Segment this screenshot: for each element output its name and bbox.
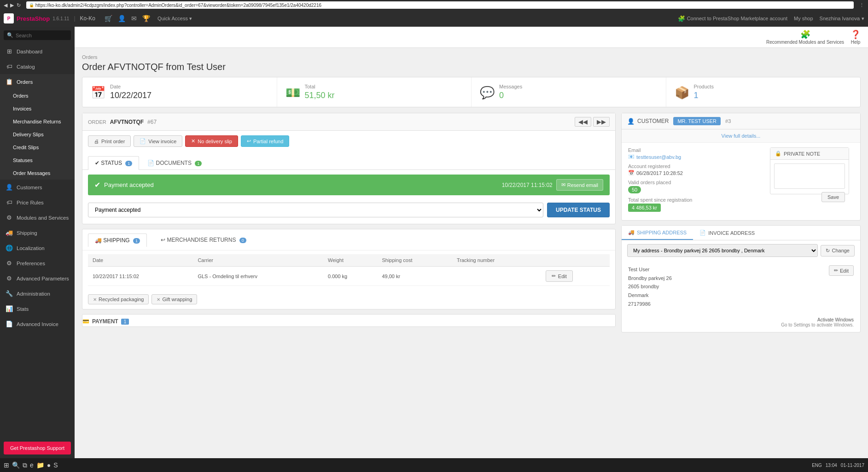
date-label: 01-11-2017 — [841, 463, 864, 468]
payment-icon: 💳 — [82, 318, 89, 325]
sidebar-label-localization: Localization — [17, 245, 45, 251]
mail-icon[interactable]: ✉ — [131, 15, 137, 22]
search-taskbar-icon[interactable]: 🔍 — [12, 461, 20, 469]
partial-refund-btn[interactable]: ↩ Partial refund — [241, 135, 289, 147]
back-btn[interactable]: ◀ — [4, 2, 7, 8]
user-account[interactable]: Snezhina Ivanova ▾ — [820, 16, 864, 22]
private-note-header: 🔒 PRIVATE NOTE — [770, 148, 849, 160]
private-note-textarea[interactable] — [774, 163, 845, 189]
print-icon: 🖨 — [94, 139, 99, 144]
sidebar-item-customers[interactable]: 👤 Customers — [0, 180, 75, 195]
help-button[interactable]: ❓ Help — [851, 29, 861, 45]
lang-label: ENG — [812, 463, 822, 468]
connect-marketplace-link[interactable]: 🧩 Connect to PrestaShop Marketplace acco… — [678, 15, 787, 22]
change-address-btn[interactable]: ↻ Change — [821, 245, 855, 256]
sidebar-sub-item-orders[interactable]: Orders — [0, 89, 75, 102]
payment-count: 1 — [121, 319, 129, 325]
no-delivery-slip-btn[interactable]: ✕ No delivery slip — [185, 135, 238, 147]
content-topbar: 🧩 Recommended Modules and Services ❓ Hel… — [75, 27, 868, 48]
sidebar-sub-item-delivery-slips[interactable]: Delivery Slips — [0, 128, 75, 141]
resend-email-btn[interactable]: ✉ Resend email — [556, 179, 603, 191]
sidebar-label-dashboard: Dashboard — [17, 49, 42, 54]
my-shop-link[interactable]: My shop — [794, 16, 813, 21]
sidebar-sub-item-merch-returns[interactable]: Merchandise Returns — [0, 115, 75, 128]
status-date: 10/22/2017 11:15:02 — [502, 182, 553, 188]
address-panel: 🚚 SHIPPING ADDRESS 📄 INVOICE ADDRESS My … — [621, 225, 861, 332]
task-view-icon[interactable]: ⧉ — [23, 461, 27, 469]
tab-shipping[interactable]: 🚚 SHIPPING 1 — [88, 233, 147, 247]
get-support-button[interactable]: Get Prestashop Support — [4, 442, 71, 455]
sidebar-item-administration[interactable]: 🔧 Administration — [0, 286, 75, 301]
tab-merch-returns[interactable]: ↩ MERCHANDISE RETURNS 0 — [154, 233, 253, 246]
sidebar-label-administration: Administration — [17, 291, 50, 297]
view-full-details-btn[interactable]: View full details... — [622, 129, 860, 143]
row-carrier: GLS - Omdeling til erhverv — [193, 267, 323, 286]
sidebar-sub-item-statuses[interactable]: Statuses — [0, 154, 75, 167]
search-input[interactable] — [16, 33, 68, 38]
tab-documents[interactable]: 📄 DOCUMENTS 1 — [140, 156, 209, 169]
sidebar-item-orders[interactable]: 📋 Orders — [0, 74, 75, 89]
skype-icon[interactable]: S — [53, 461, 58, 469]
explorer-icon[interactable]: 📁 — [36, 461, 44, 469]
sidebar-item-modules[interactable]: ⚙ Modules and Services — [0, 210, 75, 225]
trophy-icon[interactable]: 🏆 — [142, 15, 150, 22]
invoice-icon: 📄 — [140, 138, 146, 144]
status-select[interactable]: Payment accepted — [88, 203, 543, 217]
address-select[interactable]: My address - Brondby parkvej 26 2605 bro… — [627, 244, 818, 257]
shipping-address-tab[interactable]: 🚚 SHIPPING ADDRESS — [622, 226, 693, 240]
sidebar-item-shipping[interactable]: 🚚 Shipping — [0, 225, 75, 240]
chrome-icon[interactable]: ● — [47, 461, 51, 469]
sidebar-item-dashboard[interactable]: ⊞ Dashboard — [0, 44, 75, 59]
customer-icon: 👤 — [627, 118, 635, 125]
sidebar-item-price-rules[interactable]: 🏷 Price Rules — [0, 195, 75, 210]
store-name[interactable]: Ko-Ko — [80, 15, 95, 22]
update-status-btn[interactable]: UPDATE STATUS — [547, 203, 610, 217]
sidebar-label-advanced-params: Advanced Parameters — [17, 276, 69, 281]
quick-access-btn[interactable]: Quick Access ▾ — [157, 16, 192, 22]
sidebar-item-advanced-invoice[interactable]: 📄 Advanced Invoice — [0, 316, 75, 332]
tab-status[interactable]: ✔ STATUS 1 — [88, 156, 139, 170]
preferences-icon: ⚙ — [6, 260, 13, 267]
sidebar-sub-item-order-messages[interactable]: Order Messages — [0, 167, 75, 180]
sidebar-item-advanced-params[interactable]: ⚙ Advanced Parameters — [0, 271, 75, 286]
edit-address-btn[interactable]: ✏ Edit — [829, 265, 854, 276]
status-bar: ✔ Payment accepted 10/22/2017 11:15:02 ✉… — [88, 175, 610, 195]
sidebar-label-catalog: Catalog — [17, 64, 35, 70]
customer-id: #3 — [725, 118, 731, 124]
cart-icon[interactable]: 🛒 — [105, 15, 112, 22]
prev-order-btn[interactable]: ◀◀ — [575, 117, 591, 127]
next-order-btn[interactable]: ▶▶ — [593, 117, 610, 127]
recommended-modules-btn[interactable]: 🧩 Recommended Modules and Services — [766, 29, 844, 45]
address-bar[interactable]: 🔒 https://ko-ko.dk/admin2/4cdpzgm/index.… — [26, 1, 854, 9]
customer-name-link[interactable]: MR. TEST USER — [673, 117, 721, 125]
reload-btn[interactable]: ↻ — [17, 2, 21, 8]
total-label: Total — [305, 84, 335, 89]
edit-shipping-btn[interactable]: ✏ Edit — [546, 270, 573, 282]
packaging-tags: ✕ Recycled packaging ✕ Gift wrapping — [82, 290, 615, 309]
private-note-save-btn[interactable]: Save — [821, 192, 845, 202]
sidebar-item-localization[interactable]: 🌐 Localization — [0, 240, 75, 256]
view-invoice-btn[interactable]: 📄 View invoice — [134, 135, 182, 147]
email-link[interactable]: testtesuser@abv.bg — [636, 154, 681, 160]
sidebar-item-stats[interactable]: 📊 Stats — [0, 301, 75, 316]
order-panel: ORDER AFVTNOTQF #67 ◀◀ ▶▶ 🖨 Print order — [82, 113, 616, 224]
sidebar-item-catalog[interactable]: 🏷 Catalog — [0, 59, 75, 74]
sidebar-sub-item-invoices[interactable]: Invoices — [0, 102, 75, 115]
address-text: Test User Brondby parkvej 26 2605 brondb… — [628, 265, 672, 308]
status-update-row: Payment accepted UPDATE STATUS — [82, 200, 615, 224]
windows-icon[interactable]: ⊞ — [4, 461, 9, 469]
print-order-btn[interactable]: 🖨 Print order — [88, 135, 131, 147]
edge-icon[interactable]: e — [30, 461, 34, 469]
user-icon[interactable]: 👤 — [118, 15, 126, 22]
account-row: Account registered 📅 06/28/2017 10:28:52 — [628, 163, 752, 176]
recycled-packaging-tag: ✕ Recycled packaging — [88, 294, 149, 304]
sidebar-item-preferences[interactable]: ⚙ Preferences — [0, 256, 75, 271]
col-weight: Weight — [323, 254, 377, 267]
order-panel-header: ORDER AFVTNOTQF #67 ◀◀ ▶▶ — [82, 113, 615, 131]
sidebar-sub-item-credit-slips[interactable]: Credit Slips — [0, 141, 75, 154]
page-header: Orders Order AFVTNOTQF from Test User — [75, 48, 868, 77]
orders-icon: 📋 — [6, 78, 13, 85]
shipping-panel: 🚚 SHIPPING 1 ↩ MERCHANDISE RETURNS 0 — [82, 229, 616, 309]
invoice-address-tab[interactable]: 📄 INVOICE ADDRESS — [693, 226, 761, 240]
forward-btn[interactable]: ▶ — [10, 2, 14, 8]
